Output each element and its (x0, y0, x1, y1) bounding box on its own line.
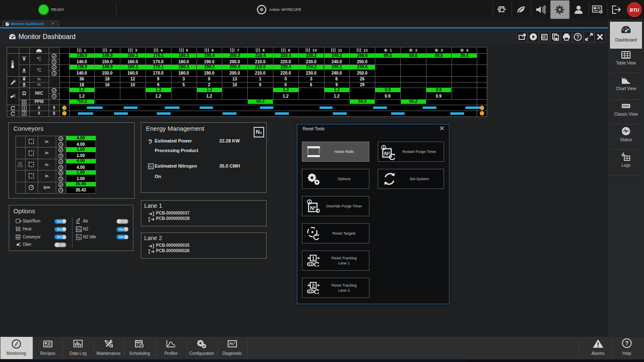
svg-text:1: 1 (312, 256, 315, 261)
svg-text:N₂: N₂ (77, 228, 81, 231)
svg-text:BTU: BTU (630, 8, 640, 13)
svg-text:?: ? (625, 340, 629, 346)
svg-text:N₂: N₂ (149, 165, 153, 168)
svg-text:N₂: N₂ (77, 235, 81, 239)
svg-text:2: 2 (312, 283, 315, 289)
svg-text:N²: N² (310, 205, 316, 211)
svg-text:(1): (1) (18, 162, 22, 165)
